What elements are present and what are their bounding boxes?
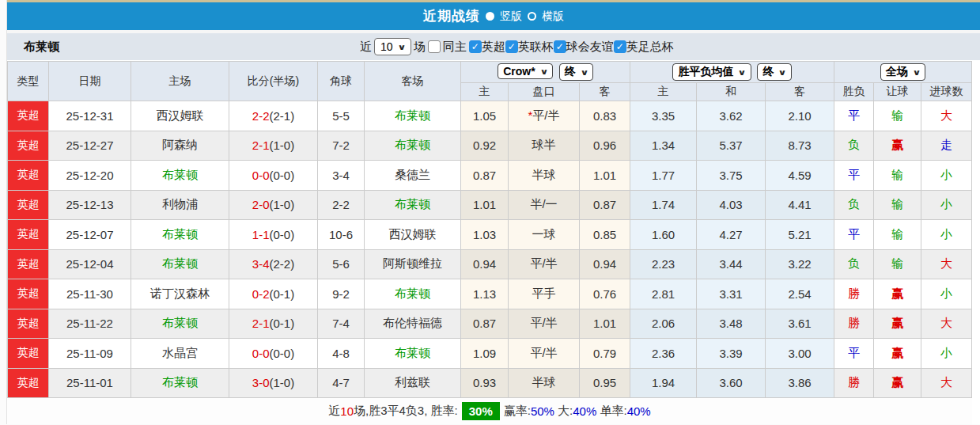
cell-away-team: 布莱顿: [365, 339, 461, 369]
chevron-down-icon: ∨: [913, 68, 921, 77]
cell-result-wdl: 平: [834, 220, 874, 250]
chevron-down-icon: ∨: [539, 67, 548, 76]
table-row: 英超 25-12-20 布莱顿 0-0(0-0) 3-4 桑德兰 0.87 半球…: [8, 161, 972, 191]
cell-date: 25-11-09: [49, 339, 131, 369]
cell-avg-home: 1.77: [630, 161, 697, 191]
match-count-select[interactable]: 10∨: [374, 38, 411, 55]
cell-handicap: 球半: [509, 131, 580, 161]
footer-text: 10: [340, 404, 354, 418]
cell-handicap: *平/半: [509, 101, 580, 131]
subheader-odds-away: 客: [580, 83, 630, 101]
cell-corners: 4-8: [318, 339, 365, 369]
chevron-down-icon: ∨: [738, 68, 747, 77]
avg-select[interactable]: 胜平负均值∨: [672, 63, 751, 81]
cell-result-goals: 小: [921, 161, 972, 191]
cell-league-type: 英超: [8, 220, 49, 250]
cell-corners: 7-2: [318, 131, 365, 161]
cell-result-handicap: 赢: [874, 309, 921, 339]
table-row: 英超 25-11-01 布莱顿 3-0(1-0) 4-7 利兹联 0.93 半球…: [8, 368, 972, 398]
footer-text: 50%: [531, 404, 554, 418]
cell-avg-home: 2.06: [630, 309, 697, 339]
cell-date: 25-11-22: [49, 309, 131, 339]
same-home-label[interactable]: 同主: [443, 40, 467, 55]
league-filter-item[interactable]: ✓球会友谊: [554, 40, 614, 55]
cell-odds-home: 0.93: [461, 368, 509, 398]
vertical-layout-label[interactable]: 竖版: [500, 9, 522, 24]
widget-title: 近期战绩: [423, 7, 480, 25]
league-filter-item[interactable]: ✓英联杯: [505, 40, 554, 55]
cell-odds-home: 1.09: [461, 339, 509, 369]
cell-odds-away: 1.01: [580, 161, 630, 191]
horizontal-layout-label[interactable]: 横版: [542, 9, 564, 24]
league-filter-label[interactable]: 球会友谊: [566, 40, 614, 55]
cell-handicap: 平/半: [509, 309, 580, 339]
cell-league-type: 英超: [8, 249, 49, 279]
league-filters: ✓英超✓英联杯✓球会友谊✓英足总杯: [469, 39, 674, 55]
horizontal-layout-radio[interactable]: [528, 12, 536, 21]
checked-checkbox-icon[interactable]: ✓: [554, 40, 566, 53]
league-filter-label[interactable]: 英超: [482, 40, 505, 55]
same-home-checkbox[interactable]: [428, 40, 441, 53]
cell-avg-away: 2.54: [766, 279, 834, 309]
odds-company-select[interactable]: Crow*∨: [498, 63, 553, 79]
cell-avg-home: 3.35: [630, 101, 697, 131]
cell-result-wdl: 勝: [834, 309, 874, 339]
cell-date: 25-12-31: [49, 101, 131, 131]
cell-home-team: 水晶宫: [131, 339, 229, 369]
cell-date: 25-12-07: [49, 220, 131, 250]
cell-result-handicap: 输: [874, 220, 921, 250]
cell-league-type: 英超: [8, 131, 49, 161]
avg-group-header: 胜平负均值∨ 终∨: [630, 62, 834, 83]
vertical-layout-radio[interactable]: [486, 12, 494, 21]
cell-score: 3-4(2-2): [229, 249, 318, 279]
cell-odds-away: 0.87: [580, 190, 630, 220]
cell-result-handicap: 输: [874, 161, 921, 191]
cell-avg-draw: 4.27: [697, 220, 766, 250]
team-name: 布莱顿: [24, 40, 59, 55]
recent-results-widget: 近期战绩 竖版 横版 布莱顿 近 10∨ 场 同主 ✓英超✓英联杯✓球会友谊✓英…: [6, 0, 980, 424]
avg-state-select[interactable]: 终∨: [757, 63, 791, 81]
odds-state-select[interactable]: 终∨: [559, 63, 593, 81]
header-date: 日期: [49, 62, 131, 101]
checked-checkbox-icon[interactable]: ✓: [505, 40, 518, 53]
cell-avg-home: 2.36: [630, 339, 697, 369]
cell-date: 25-11-01: [49, 368, 131, 398]
league-filter-item[interactable]: ✓英足总杯: [614, 40, 674, 55]
cell-avg-home: 2.81: [630, 279, 697, 309]
subheader-avg-away: 客: [766, 83, 834, 101]
cell-handicap: 平/半: [509, 339, 580, 369]
cell-corners: 5-5: [318, 101, 365, 131]
avg-select-value: 胜平负均值: [678, 65, 733, 79]
cell-away-team: 布莱顿: [365, 190, 461, 220]
cell-odds-away: 0.79: [580, 339, 630, 369]
cell-handicap: 平/半: [509, 249, 580, 279]
cell-score: 2-1(1-0): [229, 131, 318, 161]
cell-handicap: 平手: [509, 279, 580, 309]
cell-away-team: 西汉姆联: [365, 220, 461, 250]
checked-checkbox-icon[interactable]: ✓: [614, 40, 626, 53]
cell-result-wdl: 勝: [834, 368, 874, 398]
footer-text: 赢率:: [504, 404, 531, 419]
table-row: 英超 25-11-22 布莱顿 2-1(0-1) 7-4 布伦特福德 0.87 …: [8, 309, 972, 339]
subheader-result-handicap: 让球: [874, 83, 921, 101]
cell-corners: 10-6: [318, 220, 365, 250]
checked-checkbox-icon[interactable]: ✓: [469, 40, 482, 53]
league-filter-item[interactable]: ✓英超: [469, 40, 505, 55]
league-filter-label[interactable]: 英联杯: [518, 40, 554, 55]
subheader-avg-draw: 和: [697, 83, 766, 101]
cell-result-wdl: 勝: [834, 279, 874, 309]
table-row: 英超 25-12-04 布莱顿 3-4(2-2) 5-6 阿斯顿维拉 0.94 …: [8, 249, 972, 279]
scope-select[interactable]: 全场∨: [880, 63, 925, 81]
cell-avg-away: 3.00: [766, 339, 834, 369]
header-away: 客场: [365, 62, 461, 101]
cell-odds-home: 1.01: [461, 190, 509, 220]
cell-score: 1-1(0-0): [229, 220, 318, 250]
cell-date: 25-12-20: [49, 161, 131, 191]
table-header-selects: 类型 日期 主场 比分(半场) 角球 客场 Crow*∨ 终∨ 胜平负均值∨ 终…: [8, 62, 972, 83]
cell-avg-draw: 3.39: [697, 339, 766, 369]
table-row: 英超 25-12-13 利物浦 2-0(1-0) 2-2 布莱顿 1.01 半/…: [8, 190, 972, 220]
cell-avg-away: 5.21: [766, 220, 834, 250]
cell-result-goals: 大: [921, 309, 972, 339]
cell-avg-away: 2.10: [766, 101, 834, 131]
league-filter-label[interactable]: 英足总杯: [626, 40, 674, 55]
